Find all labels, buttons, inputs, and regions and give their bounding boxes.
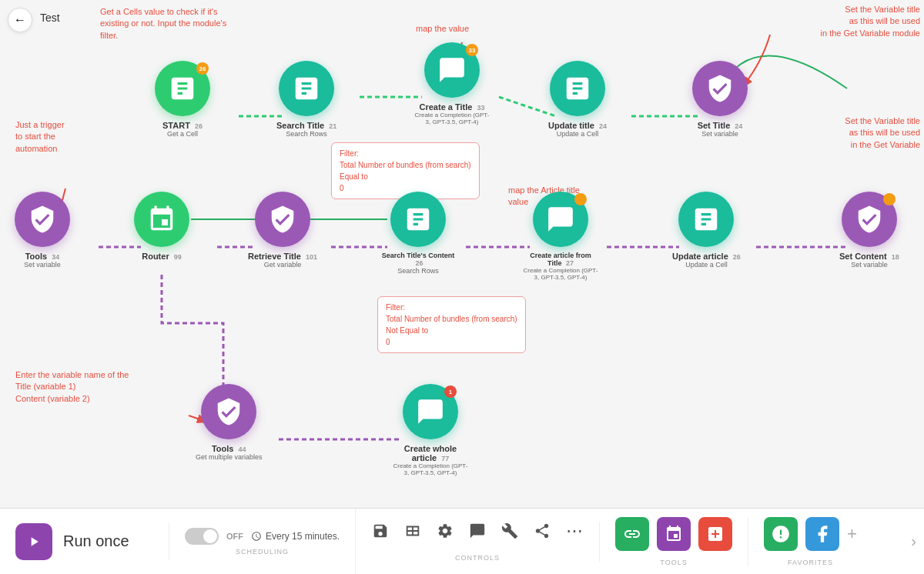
node-tools-bottom[interactable]: Tools 44 Get multiple variables — [196, 384, 263, 461]
node-start-sublabel: Get a Cell — [167, 130, 198, 138]
node-update-title-circle[interactable] — [550, 61, 605, 116]
node-retrieve-title-circle[interactable] — [255, 192, 310, 247]
node-router[interactable]: Router 99 — [134, 192, 189, 261]
node-update-title[interactable]: Update title 24 Update a Cell — [548, 61, 607, 138]
node-update-title-sublabel: Update a Cell — [557, 130, 599, 138]
node-search-content-sublabel: Search Rows — [397, 267, 439, 275]
favorites-label: FAVORITES — [788, 559, 833, 566]
scheduling-frequency: Every 15 minutes. — [251, 531, 340, 542]
run-button[interactable] — [15, 523, 52, 560]
annotation-top-right: Set the Variable titleas this will be us… — [821, 4, 920, 39]
node-set-content-circle[interactable] — [842, 192, 897, 247]
node-update-article-label: Update article 26 — [672, 252, 741, 261]
scroll-right-button[interactable]: › — [911, 532, 924, 550]
node-create-article-label: Create article from Title 27 — [522, 252, 599, 267]
scheduling-label: SCHEDULING — [236, 548, 289, 556]
node-create-title-badge: 33 — [466, 44, 478, 56]
node-search-title-circle[interactable] — [279, 61, 334, 116]
save-icon[interactable] — [371, 522, 390, 540]
node-tools-bottom-label: Tools 44 — [212, 444, 246, 453]
node-update-article-sublabel: Update a Cell — [685, 261, 728, 269]
node-create-article-badge — [574, 193, 587, 205]
node-search-title[interactable]: Search Title 21 Search Rows — [276, 61, 336, 138]
controls-section: ⋯ CONTROLS — [356, 522, 600, 562]
favorites-section: + FAVORITES — [748, 517, 872, 566]
node-create-whole-circle[interactable]: 1 — [403, 384, 458, 439]
layout-icon[interactable] — [403, 522, 422, 540]
node-set-title-label: Set Title 24 — [698, 121, 743, 130]
node-set-title[interactable]: Set Title 24 Set variable — [692, 61, 748, 138]
annotation-trigger: Just a triggerto start theautomation — [15, 119, 65, 155]
node-create-whole-badge: 1 — [444, 385, 457, 398]
tool-purple-button[interactable] — [657, 517, 691, 551]
node-create-title-sublabel: Create a Completion (GPT-3, GPT-3.5, GPT… — [413, 112, 490, 125]
annotation-map-value: map the value — [416, 23, 469, 35]
controls-label: CONTROLS — [455, 554, 500, 562]
node-router-label: Router 99 — [142, 252, 182, 261]
node-update-article[interactable]: Update article 26 Update a Cell — [672, 192, 741, 269]
node-tools-left[interactable]: Tools 34 Set variable — [15, 192, 70, 269]
scheduling-toggle[interactable] — [185, 528, 219, 545]
node-search-title-sublabel: Search Rows — [286, 130, 327, 138]
settings-icon[interactable] — [436, 522, 454, 540]
annotation-bottom-left: Enter the variable name of theTitle (var… — [15, 369, 129, 405]
node-start-circle[interactable]: 26 — [155, 61, 210, 116]
tool-green-button[interactable] — [615, 517, 649, 551]
run-section: Run once — [0, 523, 169, 560]
more-icon[interactable]: ⋯ — [565, 522, 584, 540]
node-search-content-label: Search Title's Content 26 — [380, 252, 457, 267]
node-retrieve-title[interactable]: Retrieve Title 101 Get variable — [248, 192, 317, 269]
toolbar: Run once OFF Every 15 minutes. SCHEDULIN… — [0, 508, 924, 574]
node-create-title-circle[interactable]: 33 — [424, 42, 480, 98]
annotation-top-left: Get a Cells value to check if it'sexisti… — [100, 6, 226, 42]
node-tools-left-circle[interactable] — [15, 192, 70, 247]
add-favorite-button[interactable]: + — [847, 524, 857, 544]
toggle-knob — [203, 529, 217, 543]
node-tools-left-label: Tools 34 — [25, 252, 60, 261]
wrench-icon[interactable] — [500, 522, 519, 540]
annotation-top-right2: Set the Variable titleas this will be us… — [845, 115, 920, 151]
node-set-content[interactable]: Set Content 18 Set variable — [839, 192, 899, 269]
node-create-article-sublabel: Create a Completion (GPT-3, GPT-3.5, GPT… — [522, 267, 599, 281]
fav-green-button[interactable] — [764, 517, 798, 551]
back-button[interactable]: ← — [8, 8, 32, 32]
node-retrieve-title-label: Retrieve Title 101 — [248, 252, 317, 261]
node-tools-bottom-sublabel: Get multiple variables — [196, 453, 263, 461]
node-set-content-sublabel: Set variable — [851, 261, 888, 269]
tools-label: TOOLS — [660, 559, 687, 566]
node-create-title[interactable]: 33 Create a Title 33 Create a Completion… — [413, 42, 490, 125]
tool-red-button[interactable] — [698, 517, 732, 551]
back-icon: ← — [14, 13, 26, 27]
node-create-article[interactable]: Create article from Title 27 Create a Co… — [522, 192, 599, 281]
node-create-title-label: Create a Title 33 — [420, 102, 485, 112]
node-router-circle[interactable] — [134, 192, 189, 247]
run-label: Run once — [63, 532, 129, 550]
fav-blue-button[interactable] — [805, 517, 839, 551]
node-start-label: START 26 — [162, 121, 203, 130]
toggle-label: OFF — [226, 532, 243, 541]
share-icon[interactable] — [533, 522, 551, 540]
filter-box-top: Filter:Total Number of bundles (from sea… — [331, 142, 480, 199]
node-create-article-circle[interactable] — [533, 192, 588, 247]
clock-icon — [251, 531, 262, 542]
node-create-whole-sublabel: Create a Completion (GPT-3, GPT-3.5, GPT… — [392, 462, 469, 476]
node-start[interactable]: 26 START 26 Get a Cell — [155, 61, 210, 138]
node-search-content-circle[interactable] — [390, 192, 446, 247]
play-icon — [26, 534, 42, 549]
node-start-badge: 26 — [196, 62, 209, 75]
node-set-title-circle[interactable] — [692, 61, 748, 116]
workflow-canvas[interactable]: ← Test Get a Cells value to check if it'… — [0, 0, 924, 508]
node-create-whole[interactable]: 1 Create whole article 77 Create a Compl… — [392, 384, 469, 476]
node-retrieve-title-sublabel: Get variable — [264, 261, 302, 269]
node-search-title-label: Search Title 21 — [276, 121, 336, 130]
filter-box-bottom: Filter:Total Number of bundles (from sea… — [377, 296, 526, 353]
notes-icon[interactable] — [468, 522, 487, 540]
node-tools-bottom-circle[interactable] — [201, 384, 256, 439]
tools-section: TOOLS — [600, 517, 748, 566]
node-search-content[interactable]: Search Title's Content 26 Search Rows — [380, 192, 457, 275]
page-title: Test — [40, 12, 60, 24]
node-set-title-sublabel: Set variable — [701, 130, 738, 138]
node-set-content-badge — [883, 193, 896, 205]
node-set-content-label: Set Content 18 — [839, 252, 899, 261]
node-update-article-circle[interactable] — [678, 192, 734, 247]
